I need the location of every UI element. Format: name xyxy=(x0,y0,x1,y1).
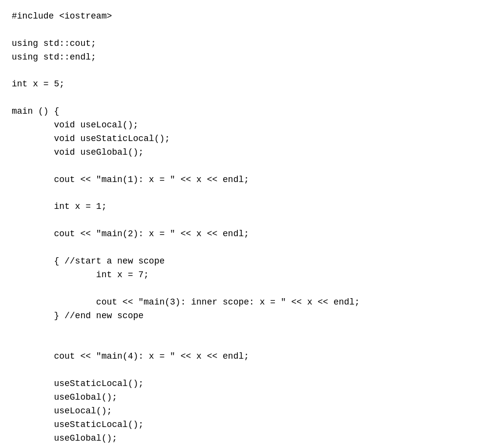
code-line: void useLocal(); xyxy=(12,119,488,132)
code-display: #include <iostream> using std::cout;usin… xyxy=(12,10,488,448)
code-line: int x = 1; xyxy=(12,200,488,214)
code-line: useGlobal(); xyxy=(12,391,488,405)
code-line xyxy=(12,23,488,37)
code-line: } //end new scope xyxy=(12,309,488,323)
code-line: cout << "main(2): x = " << x << endl; xyxy=(12,227,488,241)
code-line xyxy=(12,241,488,255)
code-line: int x = 7; xyxy=(12,268,488,282)
code-line xyxy=(12,364,488,377)
code-line: useLocal(); xyxy=(12,405,488,418)
code-line: using std::cout; xyxy=(12,37,488,51)
code-line: useStaticLocal(); xyxy=(12,446,488,448)
code-line: void useStaticLocal(); xyxy=(12,132,488,146)
code-line xyxy=(12,323,488,336)
code-line xyxy=(12,282,488,296)
code-line: { //start a new scope xyxy=(12,255,488,268)
code-line: #include <iostream> xyxy=(12,10,488,23)
code-line: int x = 5; xyxy=(12,78,488,91)
code-line: useGlobal(); xyxy=(12,432,488,446)
code-line: cout << "main(3): inner scope: x = " << … xyxy=(12,296,488,309)
code-line xyxy=(12,91,488,105)
code-line: using std::endl; xyxy=(12,51,488,64)
code-line: main () { xyxy=(12,105,488,119)
code-line: useStaticLocal(); xyxy=(12,377,488,391)
code-line: useStaticLocal(); xyxy=(12,418,488,432)
code-line: void useGlobal(); xyxy=(12,146,488,160)
code-line xyxy=(12,160,488,173)
code-line xyxy=(12,214,488,227)
code-line xyxy=(12,336,488,350)
code-line xyxy=(12,64,488,78)
code-line: cout << "main(1): x = " << x << endl; xyxy=(12,173,488,187)
code-line xyxy=(12,187,488,201)
code-line: cout << "main(4): x = " << x << endl; xyxy=(12,350,488,364)
